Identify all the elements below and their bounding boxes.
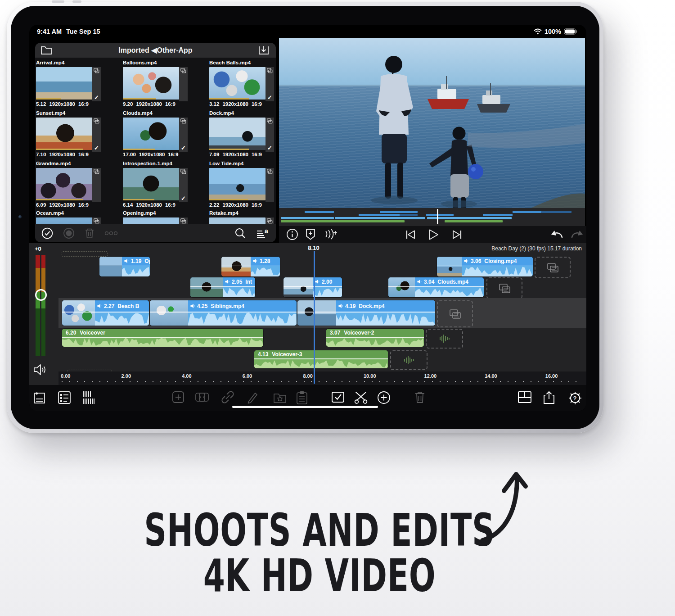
- clip-thumbnail[interactable]: [36, 168, 92, 200]
- trash-icon[interactable]: [85, 227, 94, 239]
- library-title[interactable]: Imported ◀Other-App: [35, 46, 276, 54]
- library-clip[interactable]: Opening.mp4: [123, 210, 203, 217]
- add-source-icon[interactable]: [33, 390, 46, 405]
- multi-select-icon[interactable]: [331, 390, 345, 404]
- clip-thumbnail[interactable]: [209, 217, 266, 224]
- add-marker-icon[interactable]: [305, 228, 316, 240]
- ruler-tick: [515, 381, 516, 382]
- overview-segment: [400, 214, 418, 216]
- timeline-video-clip[interactable]: 1.28: [221, 257, 280, 276]
- home-indicator[interactable]: [232, 406, 378, 408]
- edit-pencil-icon[interactable]: [246, 390, 260, 404]
- video-preview[interactable]: [279, 38, 585, 208]
- timeline-video-clip[interactable]: 3.04Clouds.mp4: [388, 277, 484, 297]
- add-clip-icon[interactable]: [171, 390, 185, 404]
- redo-icon[interactable]: [571, 228, 585, 240]
- timeline-audio-clip[interactable]: 6.20Voiceover: [62, 329, 263, 347]
- gain-knob[interactable]: [35, 289, 47, 301]
- clip-thumbnail[interactable]: [123, 67, 179, 100]
- skip-back-icon[interactable]: [404, 228, 417, 241]
- volume-down-button[interactable]: [72, 0, 81, 3]
- timeline-audio-clip[interactable]: 3.07Voiceover-2: [326, 329, 424, 347]
- import-icon[interactable]: [258, 45, 270, 56]
- split-scissors-icon[interactable]: [353, 390, 369, 405]
- video-placeholder[interactable]: [535, 257, 571, 278]
- timeline-playhead[interactable]: [314, 251, 315, 384]
- ruler-tick: [394, 381, 395, 382]
- play-icon[interactable]: [428, 228, 439, 241]
- library-clip[interactable]: Clouds.mp4✓17.001920x108016:9: [123, 110, 203, 117]
- timeline-video-clip[interactable]: 3.06Closing.mp4: [437, 257, 533, 276]
- clip-divider-line: [284, 286, 342, 287]
- share-icon[interactable]: [542, 390, 556, 405]
- ruler-tick: [213, 381, 214, 382]
- sort-by-name-icon[interactable]: a: [256, 227, 270, 239]
- clipboard-icon[interactable]: [296, 390, 308, 405]
- clip-thumbnail[interactable]: [123, 168, 179, 200]
- clip-name: Clouds.mp4: [123, 110, 203, 117]
- marker-region[interactable]: [62, 251, 108, 257]
- library-clip[interactable]: Low Tide.mp42.221920x108016:9: [209, 161, 276, 167]
- speaker-icon[interactable]: [33, 364, 46, 376]
- more-icon[interactable]: [104, 231, 118, 236]
- library-clip[interactable]: Ocean.mp4: [36, 210, 116, 217]
- select-check-icon[interactable]: [41, 227, 53, 239]
- clip-thumbnail[interactable]: [36, 118, 92, 150]
- clip-range-bar: [209, 199, 248, 200]
- clip-thumb-row: ✓: [36, 67, 101, 101]
- settings-help-icon[interactable]: ?: [567, 390, 583, 406]
- video-placeholder[interactable]: [486, 277, 522, 299]
- undo-icon[interactable]: [549, 228, 563, 240]
- timeline-video-clip[interactable]: 4.19Dock.mp4: [297, 300, 435, 326]
- library-clip[interactable]: Beach Balls.mp4✓3.121920x108016:9: [209, 60, 276, 66]
- record-icon[interactable]: [63, 227, 75, 239]
- library-clip[interactable]: Retake.mp4: [209, 210, 276, 217]
- timeline-ruler[interactable]: 0.002.004.006.008.0010.0012.0014.0016.00: [58, 371, 586, 385]
- trash-timeline-icon[interactable]: [414, 390, 425, 404]
- audio-placeholder[interactable]: [390, 350, 428, 370]
- clip-thumbnail[interactable]: [209, 67, 266, 100]
- search-icon[interactable]: [234, 227, 246, 239]
- ruler-tick: [258, 381, 259, 382]
- timeline-video-clip[interactable]: 1.19Oper: [99, 257, 150, 276]
- overview-segment: [445, 220, 503, 222]
- overview-playhead[interactable]: [437, 209, 438, 224]
- transition-icon[interactable]: [195, 390, 209, 404]
- library-clip[interactable]: Arrival.mp4✓5.121920x108016:9: [36, 60, 116, 66]
- link-icon[interactable]: [221, 390, 234, 404]
- timeline-video-clip[interactable]: 4.25Siblings.mp4: [150, 300, 297, 326]
- clip-thumb-row: ✓: [209, 67, 274, 101]
- clip-thumbnail[interactable]: [36, 217, 92, 224]
- library-clip[interactable]: Dock.mp4✓7.091920x108016:9: [209, 110, 276, 117]
- display-layout-icon[interactable]: [517, 390, 532, 404]
- storyboard-icon[interactable]: [57, 390, 72, 405]
- library-clip[interactable]: Balloons.mp49.201920x108016:9: [123, 60, 203, 66]
- add-plus-icon[interactable]: [377, 390, 391, 405]
- caption: SHOOTS AND EDITS 4K HD VIDEO: [0, 508, 639, 599]
- add-audio-icon[interactable]: [324, 228, 338, 240]
- timeline-video-clip[interactable]: 2.27Beach B: [62, 300, 149, 326]
- clip-badge-rail: [179, 67, 188, 101]
- video-placeholder[interactable]: [437, 300, 473, 327]
- clip-thumbnail[interactable]: [209, 118, 266, 150]
- clip-thumbnail[interactable]: [36, 67, 92, 100]
- timeline-audio-clip[interactable]: 4.13Voiceover-3: [254, 350, 388, 368]
- clip-thumbnail[interactable]: [123, 217, 179, 224]
- clip-thumbnail[interactable]: [123, 118, 179, 150]
- effects-star-icon[interactable]: [273, 390, 287, 404]
- timeline-overview[interactable]: [279, 208, 585, 226]
- timeline-video-clip[interactable]: 2.05Int: [190, 277, 255, 297]
- film-badge-icon: [180, 118, 186, 124]
- audio-placeholder[interactable]: [426, 329, 463, 349]
- playhead-time: 8.10: [300, 245, 327, 251]
- skip-forward-icon[interactable]: [451, 228, 464, 241]
- library-clip[interactable]: Introspection-1.mp4✓6.141920x108016:9: [123, 161, 203, 167]
- timeline-video-clip[interactable]: 2.00: [284, 277, 342, 297]
- track-layout-icon[interactable]: [81, 390, 97, 405]
- info-icon[interactable]: [286, 228, 298, 240]
- volume-up-button[interactable]: [52, 0, 64, 3]
- clip-thumbnail[interactable]: [209, 168, 266, 200]
- library-clip[interactable]: Grandma.mp46.091920x108016:9: [36, 161, 116, 167]
- ruler-tick: [175, 381, 176, 382]
- library-clip[interactable]: Sunset.mp4✓7.101920x108016:9: [36, 110, 116, 117]
